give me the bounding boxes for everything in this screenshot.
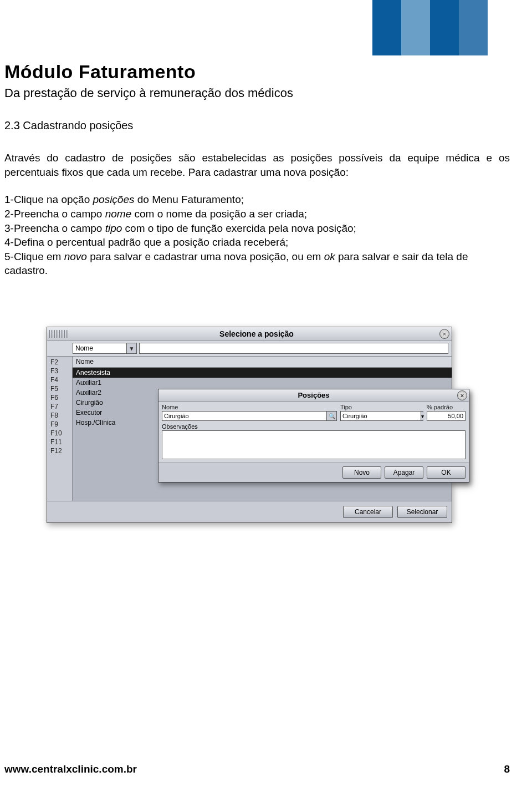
text: 2-Preencha o campo [4, 208, 105, 220]
label-tipo: Tipo [340, 404, 423, 410]
fkey: F12 [47, 446, 72, 455]
search-icon[interactable]: 🔍 [326, 412, 336, 420]
fkey: F7 [47, 402, 72, 411]
screenshot-embed: Selecione a posição × ▼ F2 F3 F4 F5 F [47, 327, 510, 523]
percent-input[interactable] [427, 412, 465, 420]
novo-button[interactable]: Novo [342, 466, 381, 479]
filter-value-input[interactable] [140, 343, 448, 353]
steps-list: 1-Clique na opção posições do Menu Fatur… [4, 192, 510, 278]
fkey: F4 [47, 375, 72, 384]
text: 3-Preencha o campo [4, 222, 105, 234]
dialog-title: Selecione a posição [74, 329, 439, 338]
chevron-down-icon[interactable]: ▼ [126, 343, 136, 353]
apagar-button[interactable]: Apagar [385, 466, 423, 479]
label-observacoes: Observações [162, 423, 466, 430]
header-color-bars [372, 0, 488, 55]
list-item[interactable]: Auxiliar1 [73, 378, 452, 388]
filter-row: ▼ [47, 341, 452, 357]
text: do Menu Faturamento; [135, 194, 244, 205]
text: com o tipo de função exercida pela nova … [122, 222, 356, 234]
fkey: F6 [47, 393, 72, 402]
bar [430, 0, 459, 55]
text: 1-Clique na opção [4, 194, 93, 205]
bar [372, 0, 401, 55]
cancelar-button[interactable]: Cancelar [343, 506, 393, 518]
page-footer: www.centralxclinic.com.br 8 [4, 763, 510, 775]
fkey: F8 [47, 411, 72, 420]
nome-input[interactable] [162, 412, 326, 420]
fkey: F3 [47, 367, 72, 375]
titlebar-grip[interactable] [49, 330, 69, 338]
text: 5-Clique em [4, 251, 64, 262]
chevron-down-icon[interactable]: ▾ [421, 412, 424, 420]
text: com o nome da posição a ser criada; [131, 208, 307, 220]
dialog-titlebar[interactable]: Selecione a posição × [47, 327, 452, 341]
bar [459, 0, 488, 55]
list-item[interactable]: Anestesista [73, 368, 452, 378]
fkey: F5 [47, 384, 72, 393]
fkey: F10 [47, 429, 72, 438]
dialog-selecione-posicao: Selecione a posição × ▼ F2 F3 F4 F5 F [47, 327, 452, 523]
italic: posições [93, 194, 135, 205]
list-header[interactable]: Nome [73, 357, 452, 368]
italic: ok [324, 251, 335, 262]
fkey: F2 [47, 358, 72, 367]
text: para salvar e cadastrar uma nova posição… [87, 251, 324, 262]
label-nome: Nome [162, 404, 337, 410]
filter-field-input[interactable] [73, 343, 126, 353]
italic: tipo [105, 222, 122, 234]
page-subtitle: Da prestação de serviço à remuneração do… [4, 86, 510, 100]
section-heading: 2.3 Cadastrando posições [4, 119, 510, 132]
fkey: F9 [47, 420, 72, 429]
italic: nome [105, 208, 132, 220]
close-icon[interactable]: × [439, 329, 449, 339]
dialog-titlebar[interactable]: Posições × [158, 389, 469, 402]
step-3: 3-Preencha o campo tipo com o tipo de fu… [4, 221, 510, 236]
page-title: Módulo Faturamento [4, 61, 510, 83]
step-1: 1-Clique na opção posições do Menu Fatur… [4, 192, 510, 207]
page-number: 8 [504, 763, 510, 775]
fkey-column: F2 F3 F4 F5 F6 F7 F8 F9 F10 F11 F12 [47, 357, 73, 501]
step-4: 4-Defina o percentual padrão que a posiç… [4, 235, 510, 250]
dialog-posicoes: Posições × Nome 🔍 [158, 389, 469, 483]
bar [401, 0, 430, 55]
italic: novo [64, 251, 87, 262]
step-2: 2-Preencha o campo nome com o nome da po… [4, 207, 510, 221]
filter-field-combo[interactable]: ▼ [73, 343, 137, 354]
observacoes-textarea[interactable] [162, 430, 466, 459]
list-area: Nome Anestesista Auxiliar1 Auxiliar2 Cir… [73, 357, 452, 501]
footer-url: www.centralxclinic.com.br [4, 763, 137, 775]
dialog-title: Posições [298, 391, 329, 399]
selecionar-button[interactable]: Selecionar [397, 506, 447, 518]
section-paragraph: Através do cadastro de posições são esta… [4, 151, 510, 179]
fkey: F11 [47, 438, 72, 446]
filter-value-input-wrap[interactable] [139, 343, 448, 354]
step-5: 5-Clique em novo para salvar e cadastrar… [4, 250, 510, 278]
close-icon[interactable]: × [457, 390, 467, 400]
tipo-input[interactable] [341, 412, 421, 420]
ok-button[interactable]: OK [427, 466, 466, 479]
label-percent: % padrão [427, 404, 466, 410]
